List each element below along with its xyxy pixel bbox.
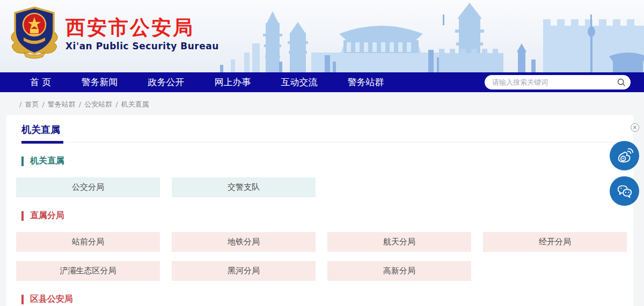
section-accent-bar: [21, 156, 24, 166]
dept-link[interactable]: 航天分局: [327, 232, 471, 252]
breadcrumb-item[interactable]: 机关直属: [121, 100, 149, 108]
breadcrumb-separator: /: [79, 100, 81, 108]
search-input[interactable]: [485, 75, 631, 89]
section-accent-bar: [21, 211, 24, 221]
site-title: 西安市公安局: [65, 16, 219, 40]
weibo-icon: [616, 147, 634, 165]
site-subtitle: Xi'an Public Security Bureau: [65, 41, 219, 51]
nav-item[interactable]: 警务新闻: [81, 76, 118, 88]
dept-link[interactable]: 地铁分局: [172, 232, 316, 252]
dept-link[interactable]: 浐灞生态区分局: [16, 261, 160, 281]
nav-item[interactable]: 互动交流: [281, 76, 317, 88]
breadcrumb: /首页/警务站群/公安站群/机关直属: [0, 92, 644, 116]
section-header: 区县公安局: [21, 294, 633, 305]
city-skyline-illustration: [215, 2, 644, 72]
dept-link[interactable]: 公交分局: [16, 177, 160, 197]
wechat-icon: [616, 182, 634, 200]
section-title: 区县公安局: [30, 294, 73, 305]
section: 机关直属 公交分局交警支队: [16, 155, 633, 197]
breadcrumb-item[interactable]: 首页: [25, 100, 39, 108]
breadcrumb-separator: /: [42, 100, 44, 108]
main-nav: 首 页警务新闻政务公开网上办事互动交流警务站群: [0, 72, 644, 92]
tab-underline: [21, 142, 620, 143]
dept-link[interactable]: 黑河分局: [172, 261, 316, 281]
section-grid: 站前分局地铁分局航天分局经开分局浐灞生态区分局黑河分局高新分局: [16, 232, 633, 281]
nav-item[interactable]: 政务公开: [148, 76, 184, 88]
wechat-share-button[interactable]: [610, 176, 639, 206]
breadcrumb-item[interactable]: 警务站群: [48, 100, 76, 108]
police-badge-logo: [8, 4, 61, 60]
section: 直属分局 站前分局地铁分局航天分局经开分局浐灞生态区分局黑河分局高新分局: [16, 210, 633, 281]
site-brand[interactable]: 西安市公安局 Xi'an Public Security Bureau: [8, 4, 219, 60]
section-header: 机关直属: [21, 155, 633, 167]
nav-item[interactable]: 警务站群: [347, 76, 384, 88]
dept-link[interactable]: 交警支队: [172, 177, 316, 197]
breadcrumb-item[interactable]: 公安站群: [84, 100, 112, 108]
dept-link[interactable]: 经开分局: [483, 232, 627, 252]
nav-item[interactable]: 网上办事: [214, 76, 251, 88]
breadcrumb-separator: /: [115, 100, 118, 108]
section-header: 直属分局: [21, 210, 633, 221]
site-header: 西安市公安局 Xi'an Public Security Bureau: [0, 0, 644, 72]
close-icon[interactable]: ×: [631, 123, 639, 132]
search-icon[interactable]: [617, 78, 626, 87]
section-title: 直属分局: [30, 210, 64, 221]
search-box: [485, 75, 631, 89]
section: 区县公安局: [16, 294, 633, 305]
dept-link[interactable]: 高新分局: [327, 261, 471, 281]
breadcrumb-separator: /: [19, 100, 21, 108]
section-grid: 公交分局交警支队: [16, 177, 633, 197]
section-title: 机关直属: [30, 155, 64, 167]
content-card: 机关直属 机关直属 公交分局交警支队 直属分局 站前分局地铁分局航天分局经开分局…: [6, 115, 633, 306]
sections: 机关直属 公交分局交警支队 直属分局 站前分局地铁分局航天分局经开分局浐灞生态区…: [16, 155, 633, 305]
nav-item[interactable]: 首 页: [30, 76, 51, 88]
dept-link[interactable]: 站前分局: [16, 232, 160, 252]
weibo-share-button[interactable]: [610, 141, 639, 170]
section-accent-bar: [21, 295, 24, 304]
page-title-tab[interactable]: 机关直属: [21, 124, 633, 136]
